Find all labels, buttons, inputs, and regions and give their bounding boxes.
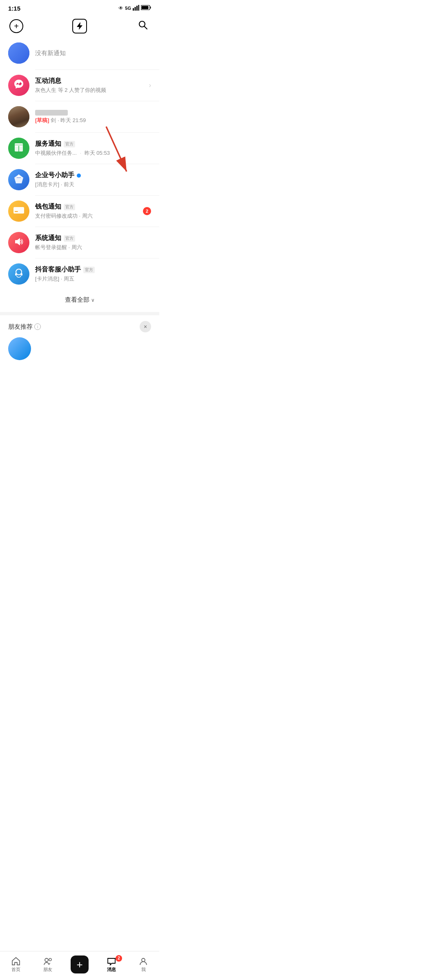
speaker-icon: [13, 236, 24, 249]
service-title: 服务通知: [35, 140, 61, 148]
wallet-official-badge: 官方: [64, 204, 75, 210]
system-notify-item[interactable]: 系统通知 官方 帐号登录提醒 · 周六: [0, 227, 159, 258]
service-avatar: [8, 138, 29, 159]
status-bar: 1:15 👁 5G: [0, 0, 159, 15]
enterprise-subtitle: [消息卡片] · 前天: [35, 181, 151, 188]
svg-rect-0: [133, 8, 134, 11]
avatar-blue: [8, 42, 29, 64]
service-official-badge: 官方: [64, 141, 75, 147]
friends-title: 朋友推荐 i: [8, 323, 41, 331]
user-draft-title-row: [35, 110, 151, 116]
no-notify-text: 没有新通知: [35, 49, 66, 57]
service-notify-item[interactable]: 服务通知 官方 中视频伙伴任务... · 昨天 05:53: [0, 133, 159, 164]
friends-section: 朋友推荐 i ×: [0, 312, 159, 365]
interactive-meta: ›: [149, 82, 151, 89]
interactive-title-row: 互动消息: [35, 77, 143, 85]
friend-avatar-1[interactable]: [8, 337, 31, 360]
search-button[interactable]: [135, 18, 151, 34]
customer-avatar: [8, 263, 29, 285]
svg-rect-19: [21, 273, 22, 276]
lightning-icon: [72, 19, 87, 33]
wallet-title: 钱包通知: [35, 203, 61, 211]
enterprise-title-row: 企业号小助手: [35, 171, 151, 180]
view-all-button[interactable]: 查看全部 ∨: [0, 290, 159, 312]
service-content: 服务通知 官方 中视频伙伴任务... · 昨天 05:53: [35, 140, 151, 157]
enterprise-avatar: [8, 169, 29, 190]
svg-point-17: [16, 269, 22, 275]
header: +: [0, 15, 159, 39]
search-icon: [138, 20, 148, 32]
headset-icon: [13, 267, 24, 281]
interactive-title: 互动消息: [35, 77, 61, 85]
add-button[interactable]: +: [8, 18, 24, 34]
no-new-notifications-item: 没有新通知: [0, 39, 159, 69]
notification-list: 没有新通知 互动消息 灰色人生 等 2 人赞了你的视频 ›: [0, 39, 159, 290]
enterprise-item[interactable]: 企业号小助手 [消息卡片] · 前天: [0, 164, 159, 195]
status-time: 1:15: [8, 5, 20, 12]
interactive-messages-item[interactable]: 互动消息 灰色人生 等 2 人赞了你的视频 ›: [0, 70, 159, 101]
customer-subtitle: [卡片消息] · 周五: [35, 275, 151, 283]
view-all-text: 查看全部 ∨: [65, 296, 95, 304]
system-official-badge: 官方: [64, 235, 75, 242]
enterprise-content: 企业号小助手 [消息卡片] · 前天: [35, 171, 151, 188]
svg-rect-15: [13, 209, 24, 210]
svg-rect-16: [15, 211, 18, 212]
svg-line-8: [145, 27, 147, 29]
system-avatar: [8, 232, 29, 253]
page-bottom-spacer: [0, 365, 159, 398]
messenger-icon: [13, 78, 24, 92]
svg-rect-1: [135, 7, 136, 11]
customer-service-item[interactable]: 抖音客服小助手 官方 [卡片消息] · 周五: [0, 258, 159, 290]
customer-official-badge: 官方: [83, 267, 95, 273]
wallet-avatar: [8, 200, 29, 222]
service-subtitle: 中视频伙伴任务... · 昨天 05:53: [35, 149, 151, 157]
blurred-username: [35, 110, 68, 116]
friends-close-button[interactable]: ×: [140, 321, 151, 332]
svg-rect-5: [150, 7, 151, 9]
wallet-meta: 2: [143, 207, 151, 215]
user-draft-subtitle: [草稿] 剑 · 昨天 21:59: [35, 117, 151, 124]
interactive-avatar: [8, 75, 29, 96]
box-icon: [13, 142, 24, 155]
customer-title-row: 抖音客服小助手 官方: [35, 265, 151, 274]
wallet-item[interactable]: 钱包通知 官方 支付密码修改成功 · 周六 2: [0, 196, 159, 227]
friend-avatar-circle-1: [8, 337, 31, 360]
interactive-subtitle: 灰色人生 等 2 人赞了你的视频: [35, 87, 143, 94]
customer-title: 抖音客服小助手: [35, 265, 81, 274]
battery-icon: [141, 5, 151, 11]
friends-info-button[interactable]: i: [34, 323, 41, 330]
eye-icon: 👁: [118, 5, 123, 11]
system-title-row: 系统通知 官方: [35, 234, 151, 243]
card-icon: [13, 206, 24, 216]
wallet-badge: 2: [143, 207, 151, 215]
diamond-icon: [13, 173, 25, 187]
system-content: 系统通知 官方 帐号登录提醒 · 周六: [35, 234, 151, 251]
user-draft-item[interactable]: [草稿] 剑 · 昨天 21:59: [0, 101, 159, 132]
svg-rect-2: [136, 6, 138, 11]
service-title-row: 服务通知 官方: [35, 140, 151, 148]
svg-rect-18: [15, 273, 17, 276]
system-title: 系统通知: [35, 234, 61, 243]
circle-plus-icon: +: [9, 19, 23, 33]
status-icons: 👁 5G: [118, 5, 151, 12]
network-bars-icon: [133, 5, 139, 12]
friends-header: 朋友推荐 i ×: [8, 321, 151, 332]
svg-rect-6: [142, 6, 149, 9]
friends-avatars: [8, 337, 151, 360]
svg-rect-3: [138, 5, 140, 11]
lightning-button[interactable]: [71, 18, 88, 34]
interactive-content: 互动消息 灰色人生 等 2 人赞了你的视频: [35, 77, 143, 94]
signal-icon: 5G: [125, 6, 131, 11]
chevron-right-icon: ›: [149, 82, 151, 89]
wallet-title-row: 钱包通知 官方: [35, 203, 137, 211]
user-draft-content: [草稿] 剑 · 昨天 21:59: [35, 110, 151, 124]
enterprise-title: 企业号小助手: [35, 171, 74, 180]
wallet-content: 钱包通知 官方 支付密码修改成功 · 周六: [35, 203, 137, 220]
system-subtitle: 帐号登录提醒 · 周六: [35, 244, 151, 251]
user-photo-avatar: [8, 106, 29, 127]
customer-content: 抖音客服小助手 官方 [卡片消息] · 周五: [35, 265, 151, 283]
wallet-subtitle: 支付密码修改成功 · 周六: [35, 212, 137, 220]
blue-dot-badge: [77, 174, 81, 178]
